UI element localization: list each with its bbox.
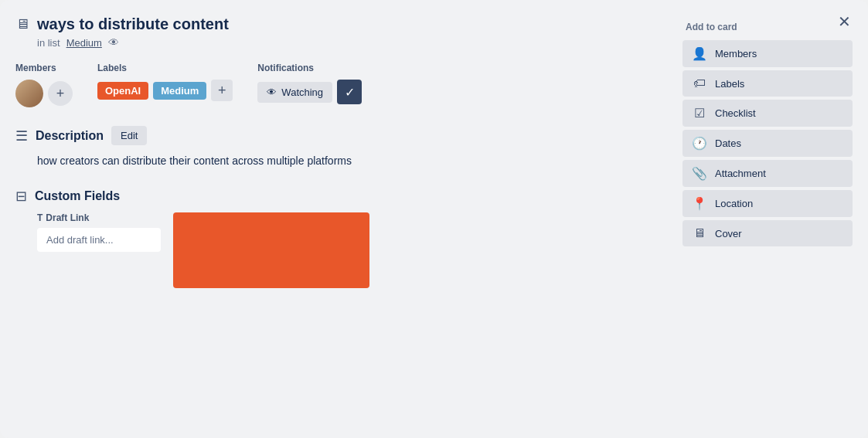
meta-section: Members + Labels OpenAI Medium + bbox=[15, 63, 670, 107]
location-sidebar-label: Location bbox=[715, 198, 753, 209]
card-list-row: in list Medium 👁 bbox=[37, 36, 670, 49]
sidebar: Add to card 👤 Members 🏷 Labels ☑ Checkli… bbox=[682, 15, 853, 288]
labels-label: Labels bbox=[97, 63, 233, 73]
labels-sidebar-icon: 🏷 bbox=[692, 76, 707, 90]
watching-row: 👁 Watching ✓ bbox=[257, 80, 362, 104]
sidebar-checklist-button[interactable]: ☑ Checklist bbox=[682, 100, 853, 127]
labels-sidebar-label: Labels bbox=[715, 78, 744, 90]
location-sidebar-icon: 📍 bbox=[692, 196, 707, 211]
description-text: how creators can distribute their conten… bbox=[37, 153, 670, 169]
members-label: Members bbox=[15, 63, 73, 73]
members-row: + bbox=[15, 80, 73, 107]
checklist-sidebar-label: Checklist bbox=[715, 107, 756, 119]
sidebar-dates-button[interactable]: 🕐 Dates bbox=[682, 130, 853, 157]
card-type-icon: 🖥 bbox=[15, 16, 29, 32]
custom-fields-title: Custom Fields bbox=[35, 189, 120, 203]
draft-link-field: T Draft Link Add draft link... bbox=[37, 212, 161, 252]
members-group: Members + bbox=[15, 63, 73, 107]
add-member-button[interactable]: + bbox=[48, 81, 73, 106]
members-sidebar-label: Members bbox=[715, 48, 757, 59]
sidebar-location-button[interactable]: 📍 Location bbox=[682, 190, 853, 217]
card-title: ways to distribute content bbox=[37, 15, 229, 33]
custom-fields-header: ⊟ Custom Fields bbox=[15, 188, 670, 205]
main-content: 🖥 ways to distribute content in list Med… bbox=[15, 15, 670, 288]
cover-sidebar-icon: 🖥 bbox=[692, 226, 707, 240]
sidebar-members-button[interactable]: 👤 Members bbox=[682, 40, 853, 67]
list-name-link[interactable]: Medium bbox=[66, 37, 102, 49]
card-title-row: 🖥 ways to distribute content bbox=[15, 15, 670, 33]
description-icon: ☰ bbox=[15, 127, 28, 144]
label-medium[interactable]: Medium bbox=[153, 82, 206, 100]
custom-fields-icon: ⊟ bbox=[15, 188, 27, 205]
attachment-sidebar-label: Attachment bbox=[715, 168, 766, 179]
labels-group: Labels OpenAI Medium + bbox=[97, 63, 233, 101]
add-label-button[interactable]: + bbox=[211, 80, 233, 101]
dates-sidebar-label: Dates bbox=[715, 138, 741, 149]
add-to-card-label: Add to card bbox=[682, 22, 853, 32]
description-header: ☰ Description Edit bbox=[15, 126, 670, 145]
notifications-label: Notifications bbox=[257, 63, 362, 73]
card-modal: ✕ 🖥 ways to distribute content in list M… bbox=[0, 0, 868, 438]
cover-sidebar-label: Cover bbox=[715, 228, 742, 239]
orange-image-thumbnail bbox=[173, 212, 369, 288]
watching-button[interactable]: 👁 Watching bbox=[257, 82, 332, 103]
watching-label: Watching bbox=[281, 87, 323, 98]
checklist-sidebar-icon: ☑ bbox=[692, 106, 707, 121]
notifications-group: Notifications 👁 Watching ✓ bbox=[257, 63, 362, 104]
field-type-label: T Draft Link bbox=[37, 212, 161, 223]
avatar[interactable] bbox=[15, 80, 43, 107]
sidebar-cover-button[interactable]: 🖥 Cover bbox=[682, 220, 853, 246]
watching-check[interactable]: ✓ bbox=[337, 80, 362, 104]
attachment-sidebar-icon: 📎 bbox=[692, 166, 707, 181]
watch-icon[interactable]: 👁 bbox=[108, 36, 119, 49]
custom-fields-row: T Draft Link Add draft link... bbox=[37, 212, 670, 288]
members-sidebar-icon: 👤 bbox=[692, 46, 707, 61]
sidebar-labels-button[interactable]: 🏷 Labels bbox=[682, 70, 853, 97]
custom-fields-section: ⊟ Custom Fields T Draft Link Add draft l… bbox=[15, 188, 670, 288]
close-button[interactable]: ✕ bbox=[832, 11, 857, 32]
label-openai[interactable]: OpenAI bbox=[97, 82, 148, 100]
field-name: Draft Link bbox=[46, 212, 89, 223]
edit-description-button[interactable]: Edit bbox=[111, 126, 147, 145]
draft-link-input[interactable]: Add draft link... bbox=[37, 228, 161, 252]
sidebar-attachment-button[interactable]: 📎 Attachment bbox=[682, 160, 853, 187]
labels-row: OpenAI Medium + bbox=[97, 80, 233, 101]
description-title: Description bbox=[36, 129, 104, 143]
eye-icon: 👁 bbox=[267, 87, 277, 98]
in-list-text: in list bbox=[37, 37, 60, 49]
dates-sidebar-icon: 🕐 bbox=[692, 136, 707, 151]
type-icon: T bbox=[37, 212, 43, 223]
